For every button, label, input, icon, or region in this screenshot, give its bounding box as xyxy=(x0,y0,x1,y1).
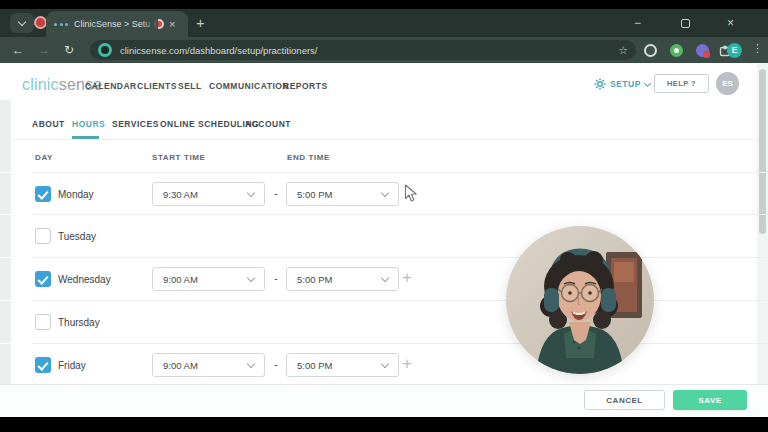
monday-start-time-select[interactable]: 9:30 AM xyxy=(152,182,265,206)
tab-title: ClinicSense > Setup > Prac xyxy=(74,19,150,29)
start-time-value: 9:00 AM xyxy=(163,274,248,285)
clinicsense-favicon-icon xyxy=(54,23,68,26)
chevron-down-icon xyxy=(247,273,255,281)
chevron-down-icon xyxy=(381,188,389,196)
forward-button[interactable]: → xyxy=(38,42,50,58)
user-avatar[interactable]: ES xyxy=(716,72,739,95)
end-time-value: 5:00 PM xyxy=(297,189,382,200)
end-time-value: 5:00 PM xyxy=(297,274,382,285)
wednesday-start-time-select[interactable]: 9:00 AM xyxy=(152,267,265,291)
thursday-checkbox[interactable] xyxy=(35,314,51,330)
presenter-portrait xyxy=(506,226,654,374)
day-label: Tuesday xyxy=(58,231,96,242)
save-button[interactable]: SAVE xyxy=(673,390,747,410)
time-range-dash: - xyxy=(269,188,283,199)
window-close-button[interactable]: × xyxy=(727,15,734,31)
add-time-block-button[interactable]: + xyxy=(402,354,412,374)
chevron-down-icon xyxy=(18,17,26,25)
time-range-dash: - xyxy=(269,273,283,284)
monday-checkbox[interactable] xyxy=(35,186,51,202)
start-time-value: 9:00 AM xyxy=(163,360,248,371)
tab-close-icon[interactable]: × xyxy=(169,19,175,29)
time-range-dash: - xyxy=(269,359,283,370)
chevron-down-icon xyxy=(381,359,389,367)
chevron-down-icon xyxy=(247,188,255,196)
nav-communication[interactable]: COMMUNICATION xyxy=(209,81,289,91)
cancel-button[interactable]: CANCEL xyxy=(584,390,665,410)
browser-profile-avatar[interactable]: E xyxy=(727,43,742,58)
browser-tab[interactable]: ClinicSense > Setup > Prac × xyxy=(46,11,188,37)
new-tab-button[interactable]: + xyxy=(196,13,205,33)
screen: ClinicSense > Setup > Prac × + − × ← → ↻… xyxy=(0,0,768,432)
add-time-block-button[interactable]: + xyxy=(402,268,412,288)
nav-sell[interactable]: SELL xyxy=(178,81,202,91)
nav-clients[interactable]: CLIENTS xyxy=(137,81,177,91)
window-maximize-button[interactable] xyxy=(681,19,690,28)
tuesday-checkbox[interactable] xyxy=(35,228,51,244)
browser-menu-icon[interactable]: ⋮ xyxy=(752,42,763,55)
setup-label: SETUP xyxy=(610,79,641,89)
chevron-down-icon xyxy=(247,359,255,367)
extension-icon[interactable] xyxy=(670,44,683,57)
column-end-time: END TIME xyxy=(287,153,330,162)
column-day: DAY xyxy=(35,153,53,162)
extension-icon[interactable] xyxy=(644,44,657,57)
back-button[interactable]: ← xyxy=(12,42,24,58)
day-label: Thursday xyxy=(58,317,100,328)
page-footer: CANCEL SAVE xyxy=(0,384,768,417)
help-button[interactable]: HELP ? xyxy=(654,74,709,93)
friday-start-time-select[interactable]: 9:00 AM xyxy=(152,353,265,377)
chevron-down-icon xyxy=(381,273,389,281)
browser-toolbar: ← → ↻ clinicsense.com/dashboard/setup/pr… xyxy=(0,37,768,63)
monday-end-time-select[interactable]: 5:00 PM xyxy=(286,182,399,206)
nav-reports[interactable]: REPORTS xyxy=(283,81,328,91)
logo-part-1: clinic xyxy=(22,76,59,93)
start-time-value: 9:30 AM xyxy=(163,189,248,200)
wednesday-end-time-select[interactable]: 5:00 PM xyxy=(286,267,399,291)
extension-icon[interactable] xyxy=(696,44,709,57)
tab-title-fade xyxy=(142,17,158,31)
letterbox-bottom xyxy=(0,417,768,432)
url-text[interactable]: clinicsense.com/dashboard/setup/practiti… xyxy=(120,45,612,56)
webcam-overlay[interactable] xyxy=(506,226,654,374)
bookmark-star-icon[interactable]: ☆ xyxy=(618,44,628,57)
nav-calendar[interactable]: CALENDAR xyxy=(85,81,137,91)
tab-services[interactable]: SERVICES xyxy=(112,119,159,129)
browser-tab-bar: ClinicSense > Setup > Prac × + − × xyxy=(0,9,768,37)
tab-search-button[interactable] xyxy=(10,13,34,33)
active-tab-underline xyxy=(72,136,99,139)
column-start-time: START TIME xyxy=(152,153,205,162)
address-bar[interactable]: clinicsense.com/dashboard/setup/practiti… xyxy=(90,40,636,60)
wednesday-checkbox[interactable] xyxy=(35,271,51,287)
mouse-cursor xyxy=(404,184,418,204)
tab-account[interactable]: ACCOUNT xyxy=(245,119,291,129)
reload-button[interactable]: ↻ xyxy=(64,42,74,58)
table-row-monday: Monday 9:30 AM - 5:00 PM xyxy=(0,172,768,215)
window-minimize-button[interactable]: − xyxy=(634,15,641,31)
gear-icon xyxy=(594,78,606,90)
friday-checkbox[interactable] xyxy=(35,357,51,373)
letterbox-top xyxy=(0,0,768,9)
chevron-down-icon xyxy=(644,79,651,86)
day-label: Monday xyxy=(58,189,94,200)
section-tab-bar: ABOUT HOURS SERVICES ONLINE SCHEDULING A… xyxy=(0,105,757,140)
tab-hours[interactable]: HOURS xyxy=(72,119,105,129)
day-label: Wednesday xyxy=(58,274,111,285)
day-label: Friday xyxy=(58,360,86,371)
tab-about[interactable]: ABOUT xyxy=(32,119,65,129)
setup-menu[interactable]: SETUP xyxy=(594,78,650,90)
site-favicon-icon xyxy=(98,43,112,57)
end-time-value: 5:00 PM xyxy=(297,360,382,371)
friday-end-time-select[interactable]: 5:00 PM xyxy=(286,353,399,377)
